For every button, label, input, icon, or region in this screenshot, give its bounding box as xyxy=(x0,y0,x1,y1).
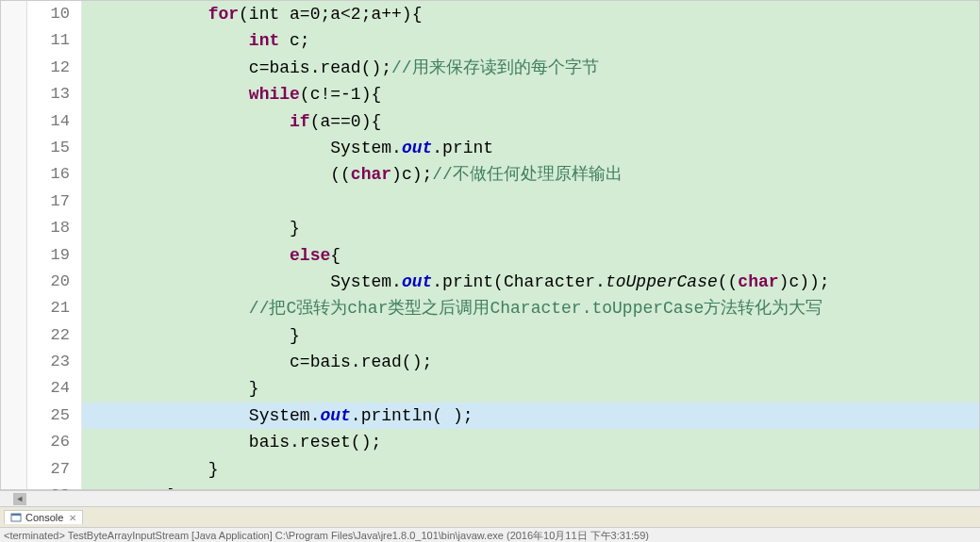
token-kw: while xyxy=(249,85,300,104)
code-line[interactable]: for(int a=0;a<2;a++){ xyxy=(82,1,979,27)
code-line[interactable]: System.out.print(Character.toUpperCase((… xyxy=(82,269,979,295)
line-number: 17 xyxy=(27,189,70,215)
code-line[interactable]: //把C强转为char类型之后调用Character.toUpperCase方法… xyxy=(82,295,979,321)
token-kw: else xyxy=(290,246,330,265)
code-line[interactable]: } xyxy=(82,375,979,402)
code-line[interactable]: int c; xyxy=(82,27,979,54)
token: { xyxy=(330,246,341,265)
token: System. xyxy=(249,406,321,425)
code-line[interactable]: ((char)c);//不做任何处理原样输出 xyxy=(82,161,979,188)
code-line[interactable]: System.out.println( ); xyxy=(82,402,979,429)
token: System. xyxy=(330,139,402,157)
token-kw: char xyxy=(738,272,778,291)
line-number: 18 xyxy=(27,215,70,241)
console-tab[interactable]: Console ✕ xyxy=(4,510,83,524)
console-icon xyxy=(10,512,22,523)
token-kw: char xyxy=(351,165,391,184)
line-number: 11 xyxy=(27,27,70,54)
token: System. xyxy=(330,272,402,291)
token: .println( ); xyxy=(351,406,473,425)
line-number: 23 xyxy=(27,349,70,375)
token-static: toUpperCase xyxy=(606,272,718,291)
token: } xyxy=(208,460,219,479)
token-field: out xyxy=(402,139,432,157)
console-tab-bar: Console ✕ xyxy=(0,507,980,528)
line-number: 25 xyxy=(27,402,70,429)
line-number: 16 xyxy=(27,161,70,188)
token-kw: int xyxy=(249,31,279,50)
code-line[interactable]: c=bais.read(); xyxy=(82,349,979,375)
token: bais.reset(); xyxy=(249,433,381,452)
code-line[interactable]: c=bais.read();//用来保存读到的每个字节 xyxy=(82,55,979,81)
token: } xyxy=(290,326,300,345)
horizontal-scrollbar[interactable]: ◄ xyxy=(0,490,980,506)
token: c=bais.read(); xyxy=(249,58,391,77)
code-line[interactable]: else{ xyxy=(82,242,979,269)
token: .print xyxy=(432,139,493,157)
close-icon[interactable]: ✕ xyxy=(69,513,76,523)
token: c; xyxy=(279,31,309,50)
code-editor: 10111213141516171819202122232425262728 f… xyxy=(0,0,980,490)
token: (int a=0;a<2;a++){ xyxy=(239,5,422,24)
token: .print(Character. xyxy=(432,272,606,291)
code-area[interactable]: for(int a=0;a<2;a++){ int c; c=bais.read… xyxy=(82,1,979,489)
code-line[interactable]: System.out.print xyxy=(82,135,979,161)
token: c=bais.read(); xyxy=(290,353,432,371)
code-line[interactable]: } xyxy=(82,483,979,489)
line-number: 10 xyxy=(27,1,70,27)
line-number-gutter: 10111213141516171819202122232425262728 xyxy=(27,1,82,489)
line-number: 19 xyxy=(27,242,70,269)
token: } xyxy=(249,379,259,398)
line-number: 13 xyxy=(27,81,70,107)
svg-rect-1 xyxy=(11,514,21,516)
code-line[interactable]: } xyxy=(82,456,979,483)
token-kw: for xyxy=(208,5,239,24)
console-tab-label: Console xyxy=(25,512,63,523)
code-line[interactable]: } xyxy=(82,322,979,349)
token: } xyxy=(167,486,177,489)
line-number: 27 xyxy=(27,456,70,483)
line-number: 21 xyxy=(27,295,70,321)
code-line[interactable]: } xyxy=(82,215,979,241)
line-number: 14 xyxy=(27,108,70,135)
console-status-line: <terminated> TestByteArrayInputStream [J… xyxy=(0,528,980,542)
code-line[interactable]: while(c!=-1){ xyxy=(82,81,979,107)
token: )c)); xyxy=(779,272,830,291)
editor-left-margin xyxy=(1,1,27,489)
line-number: 24 xyxy=(27,375,70,402)
token: } xyxy=(290,219,300,238)
token: (a==0){ xyxy=(310,112,382,131)
token-comment: //用来保存读到的每个字节 xyxy=(391,58,599,77)
code-line[interactable]: if(a==0){ xyxy=(82,108,979,135)
scroll-left-arrow[interactable]: ◄ xyxy=(13,493,26,505)
console-panel: Console ✕ <terminated> TestByteArrayInpu… xyxy=(0,506,980,542)
token-kw: if xyxy=(290,112,310,131)
token-comment: //把C强转为char类型之后调用Character.toUpperCase方法… xyxy=(249,299,822,318)
token: )c); xyxy=(391,165,432,184)
line-number: 12 xyxy=(27,55,70,81)
code-line[interactable] xyxy=(82,189,979,215)
line-number: 26 xyxy=(27,429,70,455)
line-number: 20 xyxy=(27,269,70,295)
line-number: 15 xyxy=(27,135,70,161)
code-line[interactable]: bais.reset(); xyxy=(82,429,979,455)
token-field: out xyxy=(320,406,350,425)
token: (c!=-1){ xyxy=(300,85,381,104)
token-comment: //不做任何处理原样输出 xyxy=(432,165,623,184)
token: (( xyxy=(330,165,351,184)
token-field: out xyxy=(402,272,432,291)
token: (( xyxy=(718,272,739,291)
line-number: 22 xyxy=(27,322,70,349)
